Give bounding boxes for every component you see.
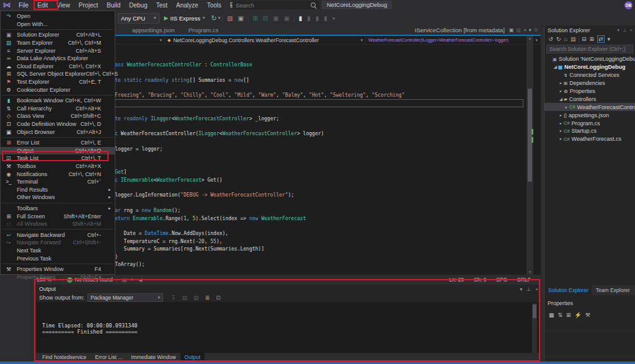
- menu-item[interactable]: ↩ Navigate Backward Ctrl+-: [1, 231, 115, 239]
- separator[interactable]: |: [247, 15, 249, 22]
- show-all-files-icon[interactable]: ⊞: [589, 36, 594, 42]
- prev-message-icon[interactable]: ▤: [182, 295, 188, 301]
- menu-item[interactable]: ⚒ Properties Window F4: [1, 265, 115, 273]
- document-tab[interactable]: appsettings.json: [125, 25, 182, 35]
- tree-item[interactable]: ◢ ▦ NetCoreLoggingDebug: [544, 63, 635, 71]
- separator[interactable]: |: [578, 36, 579, 42]
- tool-window-tab[interactable]: Error List ...: [91, 353, 127, 362]
- forward-icon[interactable]: ↻: [556, 36, 561, 42]
- editor-scrollbar[interactable]: ▲ ▼: [526, 36, 533, 275]
- back-icon[interactable]: ↺: [549, 36, 554, 42]
- clear-bookmarks-icon[interactable]: ▮: [324, 15, 327, 22]
- goto-message-icon[interactable]: ↧: [171, 295, 176, 301]
- menu-item[interactable]: ◇ Class View Ctrl+Shift+C: [1, 112, 115, 120]
- expander-icon[interactable]: ◢: [558, 97, 564, 102]
- menu-item[interactable]: Other Windows ▸: [1, 193, 115, 202]
- expander-icon[interactable]: ◢: [553, 64, 558, 69]
- menubar-item[interactable]: Edit: [33, 0, 52, 11]
- close-icon[interactable]: ×: [630, 27, 633, 33]
- menu-item[interactable]: ↪ Navigate Forward Ctrl+Shift+-: [1, 239, 115, 247]
- output-source-dropdown[interactable]: Package Manager ▾: [87, 293, 163, 302]
- solution-search-input[interactable]: Search Solution Explorer (Ctrl+;): [546, 45, 633, 53]
- expander-icon[interactable]: ▸: [558, 136, 564, 141]
- pin-icon[interactable]: ⊥: [623, 27, 627, 33]
- provisional-tab[interactable]: IServiceCollection [from metadata]: [415, 25, 505, 35]
- code-cleanup-icon[interactable]: ▤: [122, 277, 127, 283]
- sync-active-document-icon[interactable]: ⇄: [597, 35, 605, 43]
- menu-item[interactable]: [2, 136, 113, 138]
- menu-item[interactable]: Next Task: [1, 247, 115, 255]
- code-editor[interactable]: public class WeatherForecastController :…: [52, 46, 522, 275]
- menu-item[interactable]: ⊠ Error List Ctrl+\, E: [1, 139, 115, 147]
- tree-item[interactable]: ▸ C# WeatherForecast.cs: [544, 135, 635, 143]
- overflow-icon[interactable]: ▾: [608, 36, 611, 42]
- menubar-item[interactable]: File: [14, 0, 33, 11]
- start-debugging-button[interactable]: ▶ IIS Express ▾: [164, 15, 205, 22]
- solution-explorer-title-bar[interactable]: Solution Explorer ▾⊥×: [544, 25, 635, 34]
- close-icon[interactable]: ×: [535, 286, 538, 292]
- menu-item[interactable]: □ All Windows Shift+Alt+M: [1, 220, 115, 228]
- bookmark-icon[interactable]: ▮: [299, 15, 303, 22]
- member-dropdown[interactable]: WeatherForecastController(ILogger<Weathe…: [366, 36, 541, 44]
- scrollbar-thumb[interactable]: [528, 89, 532, 182]
- tree-item[interactable]: ▸ C# Program.cs: [544, 119, 635, 127]
- tree-item[interactable]: ◢ ▰ Controllers: [544, 95, 635, 103]
- pin-icon[interactable]: ⊥: [526, 286, 531, 292]
- tool-window-tab[interactable]: Find hostedservice: [38, 353, 91, 362]
- scroll-down-icon[interactable]: ▼: [526, 270, 533, 274]
- platform-dropdown[interactable]: Any CPU ▾: [118, 13, 159, 24]
- prev-bookmark-icon[interactable]: ▮: [307, 15, 311, 22]
- menubar-item[interactable]: Tools: [203, 0, 226, 11]
- expander-icon[interactable]: ▸: [558, 89, 564, 94]
- tools-icon[interactable]: ⚒: [585, 312, 590, 318]
- scroll-up-icon[interactable]: ▲: [526, 37, 533, 40]
- indent-mode[interactable]: SPC: [496, 277, 507, 283]
- expander-icon[interactable]: ▸: [558, 113, 564, 118]
- menu-item[interactable]: ⇅ Call Hierarchy Ctrl+Alt+K: [1, 105, 115, 113]
- menu-item[interactable]: >_ Terminal Ctrl+`: [1, 178, 115, 186]
- menu-item[interactable]: Previous Task: [1, 254, 115, 262]
- next-message-icon[interactable]: ▤: [193, 295, 199, 301]
- output-title-bar[interactable]: Output ▾⊥×: [34, 285, 541, 293]
- line-ending[interactable]: CRLF: [517, 277, 531, 283]
- output-scrollbar[interactable]: [532, 303, 537, 353]
- window-layout-icon[interactable]: ▣: [284, 15, 290, 22]
- menu-item[interactable]: ◉ Notifications Ctrl+\, Ctrl+N: [1, 170, 115, 178]
- tree-item[interactable]: ▸ C# WeatherForecastController.cs: [544, 103, 635, 111]
- expander-icon[interactable]: ▸: [558, 81, 564, 86]
- menu-item[interactable]: [2, 202, 113, 203]
- tool-window-tab[interactable]: Immediate Window: [127, 353, 180, 362]
- keep-open-icon[interactable]: ▥: [517, 27, 522, 33]
- window-position-icon[interactable]: ▾: [520, 286, 522, 292]
- document-tab[interactable]: Program.cs: [182, 25, 226, 35]
- menu-item[interactable]: → Output Ctrl+Alt+O: [1, 147, 115, 155]
- menubar-item[interactable]: View: [52, 0, 74, 11]
- menubar-item[interactable]: Build: [102, 0, 125, 11]
- menu-item[interactable]: ⊞ Full Screen Shift+Alt+Enter: [1, 212, 115, 220]
- properties-title-bar[interactable]: Properties: [544, 299, 635, 307]
- web-browser-icon[interactable]: ▨: [227, 15, 233, 22]
- expander-icon[interactable]: ▸: [558, 121, 564, 126]
- alphabetical-icon[interactable]: ⇅: [558, 312, 563, 318]
- menu-item[interactable]: [2, 94, 113, 95]
- scroll-left-icon[interactable]: ◀: [138, 277, 142, 283]
- menu-item[interactable]: ⚑ Test Explorer Ctrl+E, T: [1, 78, 115, 86]
- menubar-item[interactable]: Debug: [125, 0, 151, 11]
- overflow-icon[interactable]: ▾: [332, 15, 335, 22]
- home-icon[interactable]: ⌂: [564, 36, 567, 42]
- new-window-icon[interactable]: ⊞: [252, 15, 257, 22]
- type-dropdown[interactable]: ◆ NetCoreLoggingDebug.Controllers.Weathe…: [165, 36, 366, 44]
- menu-item[interactable]: Toolbars ▸: [1, 205, 115, 213]
- collapse-all-icon[interactable]: ⊟: [582, 36, 587, 42]
- tree-item[interactable]: ▣ Solution 'NetCoreLoggingDebug' (1 of 1…: [544, 55, 635, 63]
- menu-item[interactable]: ▤ Team Explorer Ctrl+\, Ctrl+M: [1, 39, 115, 47]
- tool-window-tab[interactable]: Output: [180, 353, 205, 362]
- menu-item[interactable]: ⚒ Toolbox Ctrl+Alt+X: [1, 162, 115, 171]
- menu-item[interactable]: [2, 29, 113, 30]
- window-position-icon[interactable]: ▾: [617, 27, 619, 33]
- expander-icon[interactable]: ▸: [564, 105, 569, 110]
- menubar-item[interactable]: Test: [152, 0, 172, 11]
- menu-item[interactable]: ↷ Open: [1, 12, 115, 20]
- tree-item[interactable]: ▸ C# Startup.cs: [544, 127, 635, 135]
- menu-item[interactable]: [2, 263, 113, 264]
